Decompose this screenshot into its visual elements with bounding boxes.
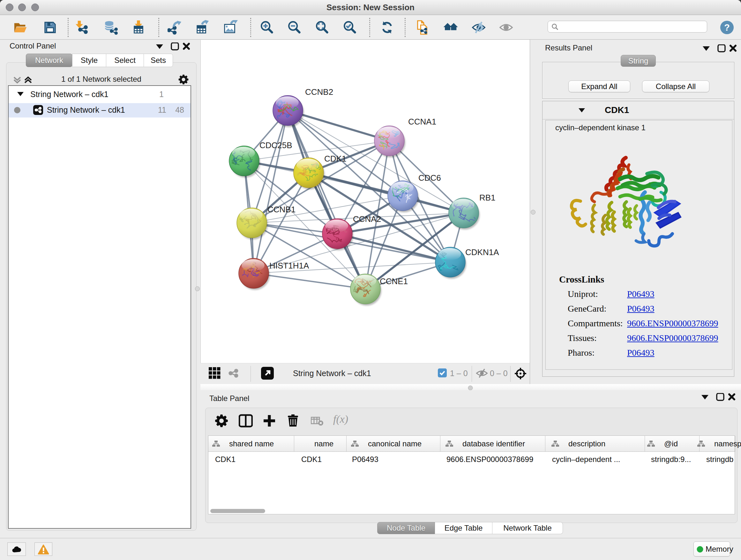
svg-text:CDKN1A: CDKN1A: [465, 247, 499, 257]
svg-text:CDK1: CDK1: [324, 154, 346, 164]
svg-text:CCNE1: CCNE1: [380, 276, 408, 286]
svg-text:CCNA1: CCNA1: [408, 117, 436, 126]
svg-text:CCNB1: CCNB1: [267, 205, 295, 214]
svg-text:CDC6: CDC6: [418, 173, 441, 183]
svg-text:CCNA2: CCNA2: [353, 214, 381, 224]
svg-text:CDC25B: CDC25B: [259, 140, 292, 150]
svg-text:CCNB2: CCNB2: [305, 87, 333, 97]
svg-text:HIST1H1A: HIST1H1A: [269, 261, 309, 270]
svg-text:?: ?: [724, 22, 730, 33]
svg-text:RB1: RB1: [479, 193, 495, 202]
